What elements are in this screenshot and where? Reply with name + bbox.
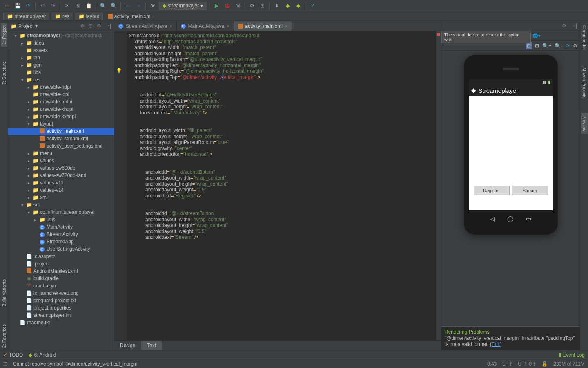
tree-row[interactable]: CStreamoApp: [8, 238, 114, 245]
structure-tool-tab[interactable]: 7: Structure: [1, 59, 7, 87]
monitor-icon[interactable]: ◆: [294, 1, 303, 10]
close-icon[interactable]: ×: [169, 24, 172, 29]
copy-icon[interactable]: ⎘: [74, 1, 82, 10]
scroll-to-icon[interactable]: ⊕: [80, 23, 87, 29]
gear-icon[interactable]: ⚙: [562, 23, 568, 29]
edit-link[interactable]: Edit: [492, 341, 500, 347]
error-marker[interactable]: [437, 33, 440, 36]
crumb-project[interactable]: 📁streamoplayer: [3, 13, 49, 20]
hide-icon[interactable]: →|: [105, 23, 111, 29]
settings-icon[interactable]: ⚙: [573, 43, 577, 49]
tree-row[interactable]: 📄project.properties: [8, 304, 114, 312]
editor-tab[interactable]: CStreamActivity.java×: [114, 21, 177, 31]
editor-tab[interactable]: CMainActivity.java×: [177, 21, 234, 31]
redo-icon[interactable]: ↷: [49, 1, 58, 10]
tree-row[interactable]: ◉build.gradle: [8, 275, 114, 282]
intention-bulb-icon[interactable]: 💡: [116, 68, 122, 74]
todo-tab[interactable]: ✓TODO: [3, 352, 23, 358]
save-icon[interactable]: 💾: [13, 1, 22, 10]
tree-row[interactable]: ▾📁src: [8, 201, 114, 209]
tree-row[interactable]: Ycombat.yml: [8, 282, 114, 289]
tree-row[interactable]: 📁libs: [8, 69, 114, 76]
tree-row[interactable]: activity_user_settings.xml: [8, 142, 114, 150]
project-tree[interactable]: ▾📁streamoplayer (~/projects/android/▸📁.i…: [8, 31, 114, 350]
zoom-in-icon[interactable]: 🔍+: [542, 43, 551, 49]
build-icon[interactable]: ⚒: [148, 1, 157, 10]
tree-row[interactable]: 📄ic_launcher-web.png: [8, 289, 114, 297]
run-config-combo[interactable]: ◆ streamoplayer ▾: [159, 2, 207, 10]
editor-scrollbar[interactable]: [436, 31, 441, 340]
debug-icon[interactable]: 🐞: [223, 1, 232, 10]
tree-row[interactable]: ▾📁co.infinum.streamoplayer: [8, 209, 114, 216]
tree-row[interactable]: ▸📁values-sw600dp: [8, 164, 114, 172]
tree-row[interactable]: ▸📁values-sw720dp-land: [8, 172, 114, 179]
commander-tab[interactable]: Commander: [581, 23, 588, 53]
gear-icon[interactable]: ⚙: [97, 23, 103, 29]
maven-tab[interactable]: Maven Projects: [581, 65, 588, 101]
refresh-icon[interactable]: ⟳: [566, 43, 570, 49]
attach-icon[interactable]: ⇲: [233, 1, 242, 10]
replace-icon[interactable]: 🔍: [109, 1, 118, 10]
lock-icon[interactable]: 🔒: [541, 361, 548, 367]
tree-row[interactable]: ▸📁menu: [8, 150, 114, 157]
forward-icon[interactable]: →: [134, 1, 143, 10]
project-tool-tab[interactable]: 1: Project: [1, 23, 7, 47]
tree-row[interactable]: 📁assets: [8, 47, 114, 54]
tree-row[interactable]: ▾📁streamoplayer (~/projects/android/: [8, 32, 114, 39]
tree-row[interactable]: ▸📁values: [8, 157, 114, 164]
tree-row[interactable]: 📁drawable-ldpi: [8, 91, 114, 98]
collapse-icon[interactable]: ⊟: [89, 23, 95, 29]
crumb-res[interactable]: 📁res: [51, 13, 73, 20]
tree-row[interactable]: ▸📁gen: [8, 61, 114, 69]
tree-row[interactable]: 📄.classpath: [8, 253, 114, 260]
tree-row[interactable]: activity_stream.xml: [8, 135, 114, 142]
cut-icon[interactable]: ✂: [63, 1, 72, 10]
tree-row[interactable]: ▾📁res: [8, 76, 114, 83]
settings-icon[interactable]: ⚙: [247, 1, 256, 10]
chevron-down-icon[interactable]: ▾: [35, 23, 38, 29]
run-icon[interactable]: ▶: [212, 1, 221, 10]
editor-tab[interactable]: activity_main.xml×: [234, 21, 292, 31]
tree-row[interactable]: ▸📁xml: [8, 194, 114, 201]
find-icon[interactable]: 🔍: [98, 1, 107, 10]
help-icon[interactable]: ?: [308, 1, 317, 10]
file-encoding[interactable]: UTF-8 ‡: [518, 361, 536, 367]
code-content[interactable]: xmlns:android="http://schemas.android.co…: [129, 33, 435, 258]
tree-row[interactable]: 📄readme.txt: [8, 319, 114, 326]
back-icon[interactable]: ←: [123, 1, 132, 10]
crumb-layout[interactable]: 📁layout: [75, 13, 103, 20]
tree-row[interactable]: ▸📁drawable-mdpi: [8, 98, 114, 105]
tree-row[interactable]: CStreamActivity: [8, 231, 114, 238]
tree-row[interactable]: 📄streamoplayer.iml: [8, 312, 114, 319]
preview-tab[interactable]: Preview: [581, 113, 588, 134]
undo-icon[interactable]: ↶: [38, 1, 47, 10]
code-editor[interactable]: 💡 xmlns:android="http://schemas.android.…: [114, 31, 441, 340]
tree-row[interactable]: ▸📁utils: [8, 216, 114, 223]
tree-row[interactable]: 📄proguard-project.txt: [8, 297, 114, 304]
tree-row[interactable]: CMainActivity: [8, 223, 114, 231]
hide-icon[interactable]: →|: [571, 23, 577, 29]
close-icon[interactable]: ×: [285, 24, 287, 29]
line-separator[interactable]: LF ‡: [502, 361, 512, 367]
text-tab[interactable]: Text: [141, 341, 162, 350]
tree-row[interactable]: ▸📁bin: [8, 54, 114, 61]
tree-row[interactable]: AndroidManifest.xml: [8, 267, 114, 275]
paste-icon[interactable]: 📋: [84, 1, 93, 10]
event-log-tab[interactable]: ▮ Event Log: [559, 352, 585, 358]
tool-windows-icon[interactable]: ▢: [3, 361, 7, 366]
tree-row[interactable]: activity_main.xml: [8, 128, 114, 135]
project-struct-icon[interactable]: ⊞: [258, 1, 267, 10]
memory-indicator[interactable]: 233M of 711M: [553, 361, 585, 367]
zoom-out-icon[interactable]: 🔍-: [555, 43, 562, 49]
sdk-icon[interactable]: ⬇: [272, 1, 281, 10]
build-variants-tab[interactable]: Build Variants: [1, 277, 7, 309]
tree-row[interactable]: ▸📁values-v14: [8, 186, 114, 194]
tree-row[interactable]: ▸📁drawable-xxhdpi: [8, 113, 114, 120]
crumb-file[interactable]: activity_main.xml: [105, 13, 155, 20]
tree-row[interactable]: ▸📁drawable-hdpi: [8, 83, 114, 91]
tree-row[interactable]: 📄.project: [8, 260, 114, 267]
zoom-actual-icon[interactable]: ⊟: [535, 43, 539, 49]
locale-icon[interactable]: 🌐▾: [532, 33, 541, 38]
tree-row[interactable]: ▸📁values-v11: [8, 179, 114, 186]
tree-row[interactable]: CUserSettingsActivity: [8, 245, 114, 253]
